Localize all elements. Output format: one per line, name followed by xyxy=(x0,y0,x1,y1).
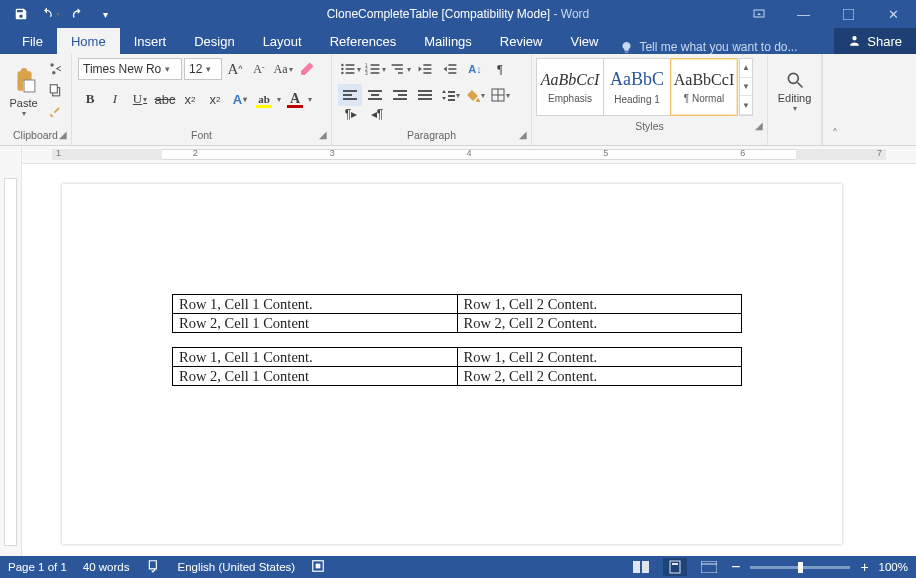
tab-references[interactable]: References xyxy=(316,28,410,54)
document-canvas[interactable]: Row 1, Cell 1 Content.Row 1, Cell 2 Cont… xyxy=(22,164,916,556)
read-mode-icon[interactable] xyxy=(629,558,653,576)
underline-button[interactable]: U▾ xyxy=(128,88,152,110)
highlight-button[interactable]: ab▾ xyxy=(253,88,275,110)
chevron-down-icon: ▾ xyxy=(56,10,60,19)
tab-insert[interactable]: Insert xyxy=(120,28,181,54)
status-language[interactable]: English (United States) xyxy=(178,561,296,573)
group-font-label: Font xyxy=(191,129,212,141)
multilevel-list-button[interactable]: ▾ xyxy=(388,58,412,80)
table-cell[interactable]: Row 1, Cell 2 Content. xyxy=(457,348,742,367)
font-color-button[interactable]: A▾ xyxy=(284,88,306,110)
document-area: 1 2 3 4 5 6 7 Row 1, Cell 1 Content.Row … xyxy=(0,146,916,556)
clear-formatting-button[interactable] xyxy=(296,58,318,80)
sort-button[interactable]: A↓ xyxy=(463,58,487,80)
table-cell[interactable]: Row 1, Cell 2 Content. xyxy=(457,295,742,314)
decrease-indent-button[interactable] xyxy=(413,58,437,80)
tab-home[interactable]: Home xyxy=(57,28,120,54)
dialog-launcher-icon[interactable]: ◢ xyxy=(519,129,527,140)
table-cell[interactable]: Row 2, Cell 2 Content. xyxy=(457,367,742,386)
share-label: Share xyxy=(867,34,902,49)
maximize-icon[interactable] xyxy=(826,0,871,28)
change-case-button[interactable]: Aa▾ xyxy=(272,58,294,80)
rtl-button[interactable]: ◂¶ xyxy=(366,104,388,124)
copy-button[interactable] xyxy=(45,80,65,100)
superscript-button[interactable]: x2 xyxy=(203,88,227,110)
bullets-button[interactable]: ▾ xyxy=(338,58,362,80)
svg-rect-47 xyxy=(670,561,680,573)
print-layout-icon[interactable] xyxy=(663,558,687,576)
vertical-ruler[interactable] xyxy=(0,146,22,556)
document-name: CloneCompleteTable [Compatibility Mode] xyxy=(327,7,550,21)
justify-button[interactable] xyxy=(413,84,437,106)
numbering-button[interactable]: 123▾ xyxy=(363,58,387,80)
ribbon-options-icon[interactable] xyxy=(736,0,781,28)
table-cell[interactable]: Row 2, Cell 2 Content. xyxy=(457,314,742,333)
font-size-combo[interactable]: 12▾ xyxy=(184,58,222,80)
table-cell[interactable]: Row 2, Cell 1 Content xyxy=(173,314,458,333)
editing-button[interactable]: Editing ▾ xyxy=(774,58,815,124)
style-heading-1[interactable]: AaBbC Heading 1 xyxy=(603,58,671,116)
horizontal-ruler[interactable]: 1 2 3 4 5 6 7 xyxy=(22,146,916,164)
strikethrough-button[interactable]: abc xyxy=(153,88,177,110)
ltr-button[interactable]: ¶▸ xyxy=(340,104,362,124)
minimize-icon[interactable]: — xyxy=(781,0,826,28)
collapse-ribbon-icon[interactable]: ˄ xyxy=(822,54,846,145)
share-icon xyxy=(848,35,861,48)
shading-button[interactable]: ▾ xyxy=(463,84,487,106)
eraser-icon xyxy=(299,61,315,77)
table-cell[interactable]: Row 1, Cell 1 Content. xyxy=(173,295,458,314)
style-emphasis[interactable]: AaBbCcI Emphasis xyxy=(536,58,604,116)
borders-button[interactable]: ▾ xyxy=(488,84,512,106)
web-layout-icon[interactable] xyxy=(697,558,721,576)
status-spellcheck-icon[interactable] xyxy=(146,559,162,575)
italic-button[interactable]: I xyxy=(103,88,127,110)
tab-review[interactable]: Review xyxy=(486,28,557,54)
subscript-button[interactable]: x2 xyxy=(178,88,202,110)
styles-expand-icon[interactable]: ▼ xyxy=(740,96,752,115)
paste-button[interactable]: Paste ▾ xyxy=(6,58,41,124)
share-button[interactable]: Share xyxy=(834,28,916,54)
zoom-in-button[interactable]: + xyxy=(860,559,868,575)
chevron-up-icon[interactable]: ▲ xyxy=(740,59,752,78)
table-cell[interactable]: Row 1, Cell 1 Content. xyxy=(173,348,458,367)
tab-file[interactable]: File xyxy=(8,28,57,54)
styles-scroll[interactable]: ▲ ▼ ▼ xyxy=(739,58,753,116)
close-icon[interactable]: ✕ xyxy=(871,0,916,28)
tab-mailings[interactable]: Mailings xyxy=(410,28,486,54)
text-effects-button[interactable]: A▾ xyxy=(228,88,252,110)
style-normal[interactable]: AaBbCcI ¶ Normal xyxy=(670,58,738,116)
zoom-slider[interactable] xyxy=(750,566,850,569)
tell-me-placeholder: Tell me what you want to do... xyxy=(639,40,797,54)
table-2[interactable]: Row 1, Cell 1 Content.Row 1, Cell 2 Cont… xyxy=(172,347,742,386)
table-1[interactable]: Row 1, Cell 1 Content.Row 1, Cell 2 Cont… xyxy=(172,294,742,333)
tab-view[interactable]: View xyxy=(556,28,612,54)
shrink-font-button[interactable]: Aˇ xyxy=(248,58,270,80)
grow-font-button[interactable]: A^ xyxy=(224,58,246,80)
svg-rect-2 xyxy=(24,80,35,92)
undo-icon[interactable]: ▾ xyxy=(36,2,62,26)
increase-indent-button[interactable] xyxy=(438,58,462,80)
font-name-combo[interactable]: Times New Ro▾ xyxy=(78,58,182,80)
group-paragraph-label: Paragraph xyxy=(407,129,456,141)
line-spacing-button[interactable]: ▾ xyxy=(438,84,462,106)
status-words[interactable]: 40 words xyxy=(83,561,130,573)
dialog-launcher-icon[interactable]: ◢ xyxy=(319,129,327,140)
status-page[interactable]: Page 1 of 1 xyxy=(8,561,67,573)
redo-icon[interactable] xyxy=(64,2,90,26)
tell-me-search[interactable]: Tell me what you want to do... xyxy=(620,40,797,54)
zoom-level[interactable]: 100% xyxy=(879,561,908,573)
dialog-launcher-icon[interactable]: ◢ xyxy=(755,120,763,131)
format-painter-button[interactable] xyxy=(45,102,65,122)
zoom-out-button[interactable]: − xyxy=(731,558,740,576)
status-macro-icon[interactable] xyxy=(311,559,325,575)
save-icon[interactable] xyxy=(8,2,34,26)
show-marks-button[interactable]: ¶ xyxy=(488,58,512,80)
cut-button[interactable] xyxy=(45,58,65,78)
tab-design[interactable]: Design xyxy=(180,28,248,54)
qat-customize-icon[interactable]: ▾ xyxy=(92,2,118,26)
dialog-launcher-icon[interactable]: ◢ xyxy=(59,129,67,140)
chevron-down-icon[interactable]: ▼ xyxy=(740,78,752,97)
table-cell[interactable]: Row 2, Cell 1 Content xyxy=(173,367,458,386)
bold-button[interactable]: B xyxy=(78,88,102,110)
tab-layout[interactable]: Layout xyxy=(249,28,316,54)
